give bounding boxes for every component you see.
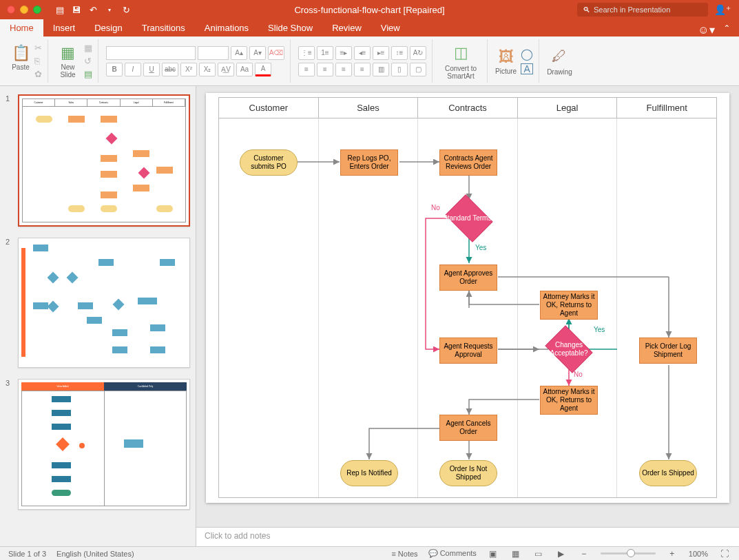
qat-dropdown-icon[interactable]: ▾ xyxy=(103,3,116,16)
shape-agent-cancels[interactable]: Agent Cancels Order xyxy=(439,415,497,441)
search-input[interactable] xyxy=(594,6,702,14)
bold-button[interactable]: B xyxy=(106,63,123,76)
decrease-font-icon[interactable]: A▾ xyxy=(249,46,266,60)
align-text-vert-button[interactable]: ▯ xyxy=(391,63,408,76)
undo-icon[interactable]: ↶ xyxy=(87,3,99,16)
shape-changes-acceptable[interactable]: Changes Acceptable? xyxy=(541,329,596,370)
slide-thumbnail-1[interactable]: CustomerSalesContractsLegalFulfillment xyxy=(18,94,190,227)
shape-not-shipped[interactable]: Order Is Not Shipped xyxy=(439,460,497,486)
fit-window-icon[interactable]: ⛶ xyxy=(718,549,731,559)
cut-icon[interactable]: ✂ xyxy=(34,43,42,53)
smartart-icon[interactable]: ◫ xyxy=(451,43,470,63)
shape-shipped[interactable]: Order Is Shipped xyxy=(639,460,697,486)
file-menu-icon[interactable]: ▤ xyxy=(54,3,66,16)
shape-attorney-1[interactable]: Attorney Marks it OK, Returns to Agent xyxy=(540,291,598,320)
tab-animations[interactable]: Animations xyxy=(195,19,258,37)
lane-fulfillment[interactable] xyxy=(617,118,716,497)
tab-transitions[interactable]: Transitions xyxy=(132,19,195,37)
font-name-combo[interactable] xyxy=(106,46,196,60)
save-icon[interactable]: 💾︎ xyxy=(70,3,83,16)
font-color-button[interactable]: A xyxy=(255,63,271,76)
zoom-level[interactable]: 100% xyxy=(689,550,708,558)
shape-attorney-2[interactable]: Attorney Marks it OK, Returns to Agent xyxy=(540,386,598,415)
para-settings-button[interactable]: ▢ xyxy=(410,63,426,76)
align-right-button[interactable]: ≡ xyxy=(335,63,352,76)
paste-icon[interactable]: 📋 xyxy=(11,43,30,63)
maximize-window-button[interactable] xyxy=(33,6,41,14)
zoom-slider[interactable] xyxy=(601,552,656,554)
redo-icon[interactable]: ↻ xyxy=(120,3,132,16)
slide-thumbnail-3[interactable]: Value Added Cost Added Only xyxy=(18,379,190,510)
search-box[interactable]: 🔍︎ xyxy=(577,3,708,17)
slideshow-view-icon[interactable]: ▶ xyxy=(555,549,568,559)
lane-header-sales[interactable]: Sales xyxy=(319,98,419,118)
justify-button[interactable]: ≡ xyxy=(354,63,371,76)
lane-header-customer[interactable]: Customer xyxy=(219,98,319,118)
text-direction-button[interactable]: A↻ xyxy=(410,46,426,60)
line-spacing-button[interactable]: ↕≡ xyxy=(391,46,408,60)
lane-header-contracts[interactable]: Contracts xyxy=(418,98,518,118)
feedback-icon[interactable]: ☺▾ xyxy=(698,23,714,37)
format-painter-icon[interactable]: ✿ xyxy=(34,69,42,79)
copy-icon[interactable]: ⎘ xyxy=(34,56,42,66)
reading-view-icon[interactable]: ▭ xyxy=(532,549,545,559)
numbering-button[interactable]: 1≡ xyxy=(317,46,333,60)
shape-agent-requests[interactable]: Agent Requests Approval xyxy=(439,338,497,364)
tab-home[interactable]: Home xyxy=(0,19,43,37)
close-window-button[interactable] xyxy=(7,6,15,14)
char-spacing-button[interactable]: A͟V xyxy=(218,63,234,76)
zoom-in-button[interactable]: + xyxy=(666,549,678,559)
comments-toggle[interactable]: 💬 Comments xyxy=(428,549,477,558)
notes-pane[interactable]: Click to add notes xyxy=(196,527,739,546)
zoom-out-button[interactable]: − xyxy=(578,549,590,559)
shape-standard-terms[interactable]: Standard Terms? xyxy=(441,198,497,239)
shape-rep-notified[interactable]: Rep Is Notified xyxy=(340,460,398,486)
change-case-button[interactable]: Aa xyxy=(236,63,253,76)
drawing-icon[interactable]: 🖊 xyxy=(550,46,569,67)
list-level-button[interactable]: ≡▸ xyxy=(335,46,352,60)
shape-rep-logs[interactable]: Rep Logs PO, Enters Order xyxy=(340,149,398,176)
increase-indent-button[interactable]: ▸≡ xyxy=(373,46,389,60)
picture-icon[interactable]: 🖼 xyxy=(497,47,516,68)
shape-customer-po[interactable]: Customer submits PO xyxy=(240,149,298,176)
decrease-indent-button[interactable]: ◂≡ xyxy=(354,46,371,60)
shapes-icon[interactable]: ◯ xyxy=(521,48,533,61)
language-indicator[interactable]: English (United States) xyxy=(56,550,134,558)
shape-agent-approves[interactable]: Agent Approves Order xyxy=(439,265,497,291)
strike-button[interactable]: abc xyxy=(162,63,178,76)
section-icon[interactable]: ▤ xyxy=(84,69,92,79)
layout-icon[interactable]: ▦ xyxy=(84,43,92,53)
tab-slideshow[interactable]: Slide Show xyxy=(258,19,322,37)
tab-insert[interactable]: Insert xyxy=(43,19,85,37)
underline-button[interactable]: U xyxy=(143,63,160,76)
tab-view[interactable]: View xyxy=(371,19,410,37)
italic-button[interactable]: I xyxy=(125,63,141,76)
tab-review[interactable]: Review xyxy=(322,19,371,37)
swimlane-table[interactable]: Customer Sales Contracts Legal Fulfillme… xyxy=(218,97,717,498)
share-icon[interactable]: 👤⁺ xyxy=(714,4,731,15)
slide-thumbnail-2[interactable] xyxy=(18,238,190,369)
align-center-button[interactable]: ≡ xyxy=(317,63,333,76)
increase-font-icon[interactable]: A▴ xyxy=(231,46,247,60)
align-left-button[interactable]: ≡ xyxy=(298,63,315,76)
notes-toggle[interactable]: ≡ Notes xyxy=(391,550,417,558)
columns-button[interactable]: ▥ xyxy=(373,63,389,76)
shape-contracts-review[interactable]: Contracts Agent Reviews Order xyxy=(439,149,497,176)
new-slide-icon[interactable]: ▦ xyxy=(59,43,78,63)
superscript-button[interactable]: X² xyxy=(180,63,197,76)
collapse-ribbon-icon[interactable]: ˆ xyxy=(725,24,729,37)
lane-header-legal[interactable]: Legal xyxy=(518,98,618,118)
font-size-combo[interactable] xyxy=(198,46,229,60)
subscript-button[interactable]: X₂ xyxy=(199,63,216,76)
slide[interactable]: Customer Sales Contracts Legal Fulfillme… xyxy=(206,93,729,503)
normal-view-icon[interactable]: ▣ xyxy=(487,549,499,559)
minimize-window-button[interactable] xyxy=(20,6,28,14)
text-box-icon[interactable]: A xyxy=(521,63,533,74)
reset-icon[interactable]: ↺ xyxy=(84,56,92,66)
sorter-view-icon[interactable]: ▦ xyxy=(510,549,522,559)
shape-pick-order[interactable]: Pick Order Log Shipment xyxy=(639,338,697,364)
clear-format-icon[interactable]: A⌫ xyxy=(268,46,284,60)
bullets-button[interactable]: ⋮≡ xyxy=(298,46,315,60)
slide-canvas[interactable]: Customer Sales Contracts Legal Fulfillme… xyxy=(196,86,739,527)
lane-header-fulfillment[interactable]: Fulfillment xyxy=(617,98,716,118)
